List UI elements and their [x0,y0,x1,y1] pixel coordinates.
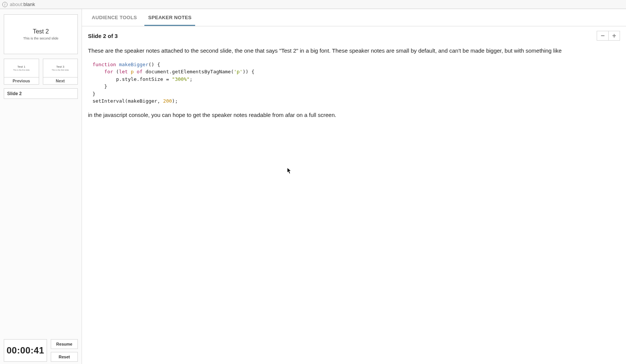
slide-select[interactable]: Slide 2 [4,88,78,99]
zoom-in-button[interactable]: + [608,31,620,40]
notes-paragraph-2: in the javascript console, you can hope … [88,111,620,119]
current-slide-subtitle: This is the second slide [23,36,59,40]
previous-button[interactable]: Previous [4,77,39,84]
zoom-controls: − + [597,31,620,41]
speaker-notes-body: These are the speaker notes attached to … [82,42,626,126]
previous-slide-card[interactable]: Test 1 This is the first slide Previous [4,59,39,85]
code-block: function makeBigger() { for (let p of do… [88,59,620,106]
main-panel: AUDIENCE TOOLS SPEAKER NOTES Slide 2 of … [82,9,626,364]
prev-thumb: Test 1 This is the first slide [4,59,39,77]
next-thumb: Test 3 This is the third slide [43,59,78,77]
timer-display: 00:00:41 [4,339,47,362]
reset-button[interactable]: Reset [51,352,78,362]
tab-audience-tools[interactable]: AUDIENCE TOOLS [88,9,141,26]
next-slide-card[interactable]: Test 3 This is the third slide Next [43,59,78,85]
browser-address-bar[interactable]: i about:blank [0,0,626,9]
next-button[interactable]: Next [43,77,78,84]
current-slide-title: Test 2 [33,28,49,35]
timer-row: 00:00:41 Resume Reset [4,339,78,362]
info-icon: i [2,2,8,7]
url-text: about:blank [10,2,35,7]
slide-counter: Slide 2 of 3 [88,33,118,39]
tabs: AUDIENCE TOOLS SPEAKER NOTES [82,9,626,26]
current-slide-preview[interactable]: Test 2 This is the second slide [4,14,78,54]
zoom-out-button[interactable]: − [597,31,608,40]
tab-speaker-notes[interactable]: SPEAKER NOTES [144,9,195,26]
resume-button[interactable]: Resume [51,339,78,349]
sidebar: Test 2 This is the second slide Test 1 T… [0,9,82,364]
notes-paragraph-1: These are the speaker notes attached to … [88,47,620,55]
